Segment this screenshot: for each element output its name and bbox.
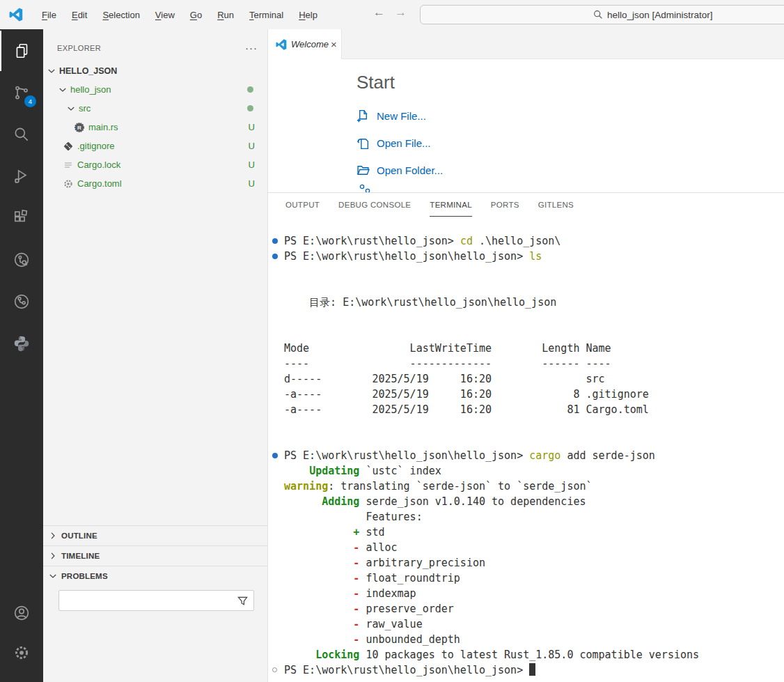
gear-icon (13, 644, 31, 662)
panel-tab-gitlens[interactable]: GITLENS (538, 193, 574, 217)
activity-extensions[interactable] (0, 198, 43, 238)
terminal-line: -a---- 2025/5/19 16:20 81 Cargo.toml (284, 402, 780, 417)
title-bar: FileEditSelectionViewGoRunTerminalHelp ←… (0, 0, 784, 29)
svg-text:R: R (77, 125, 81, 131)
chevron-down-icon (47, 571, 58, 582)
panel-tab-terminal[interactable]: TERMINAL (430, 193, 472, 217)
activity-search[interactable] (0, 114, 43, 155)
section-header-problems[interactable]: PROBLEMS (43, 566, 267, 586)
terminal-line: + std (284, 525, 780, 540)
activity-gitlens[interactable] (0, 281, 43, 322)
git-status-badge: U (249, 178, 255, 189)
tree-item-label: Cargo.lock (77, 160, 120, 170)
start-link-label: Open File... (377, 137, 431, 149)
tree-item-main-rs[interactable]: Rmain.rsU (43, 118, 267, 137)
terminal-line: Updating `ustc` index (284, 463, 780, 479)
more-actions-icon[interactable]: ··· (245, 45, 258, 51)
extensions-icon (13, 209, 31, 227)
panel-tab-debug-console[interactable]: DEBUG CONSOLE (338, 193, 411, 217)
terminal-line (284, 279, 780, 295)
command-executed-decoration[interactable] (272, 254, 278, 259)
chevron-right-icon (47, 550, 58, 561)
menu-selection[interactable]: Selection (95, 6, 147, 24)
chevron-down-icon (65, 103, 77, 114)
open-folder-icon (356, 164, 370, 177)
terminal-line (284, 325, 780, 341)
tree-item-cargo-lock[interactable]: Cargo.lockU (43, 155, 267, 174)
chevron-down-icon (46, 65, 57, 77)
back-arrow[interactable]: ← (373, 6, 385, 20)
bottom-panel: OUTPUTDEBUG CONSOLETERMINALPORTSGITLENS … (268, 192, 784, 682)
command-center[interactable]: hello_json [Administrator] (420, 5, 784, 24)
section-label: OUTLINE (61, 532, 97, 540)
tree-item-label: src (79, 103, 91, 114)
vscode-logo-icon (276, 39, 287, 50)
menu-view[interactable]: View (148, 6, 182, 24)
command-pending-decoration[interactable] (272, 667, 277, 672)
account-icon (13, 604, 31, 622)
panel-tab-ports[interactable]: PORTS (491, 193, 519, 217)
terminal-line: - float_roundtrip (284, 571, 780, 586)
activity-source-control[interactable]: 4 (0, 72, 43, 113)
terminal-line: warning: translating `serde-json` to `se… (284, 479, 780, 494)
menu-run[interactable]: Run (210, 6, 242, 24)
run-debug-icon (13, 167, 31, 185)
command-executed-decoration[interactable] (272, 453, 278, 458)
git-status-badge: U (249, 160, 255, 170)
activity-explorer[interactable] (0, 31, 43, 71)
tree-item--gitignore[interactable]: .gitignoreU (43, 137, 267, 155)
start-link-new-file-[interactable]: New File... (356, 102, 443, 130)
menu-help[interactable]: Help (291, 6, 325, 24)
new-file-icon (356, 109, 370, 123)
tab-welcome[interactable]: Welcome × (268, 29, 342, 59)
search-icon (13, 125, 31, 144)
modified-dot-badge (247, 86, 253, 93)
gitlens-icon (13, 293, 31, 311)
forward-arrow[interactable]: → (395, 6, 407, 20)
menu-edit[interactable]: Edit (64, 6, 95, 24)
gear-file-icon (63, 178, 74, 189)
file-tree: HELLO_JSONhello_jsonsrcRmain.rsU.gitigno… (43, 61, 267, 525)
problems-filter-input[interactable] (59, 591, 253, 610)
section-header-outline[interactable]: OUTLINE (43, 526, 267, 545)
menu-file[interactable]: File (34, 6, 64, 24)
activity-settings[interactable] (0, 633, 43, 673)
panel-tabs: OUTPUTDEBUG CONSOLETERMINALPORTSGITLENS (268, 193, 784, 217)
terminal-line: PS E:\work\rust\hello_json> cd .\hello_j… (284, 233, 780, 249)
terminal-line: d----- 2025/5/19 16:20 src (284, 371, 780, 387)
section-header-timeline[interactable]: TIMELINE (43, 546, 267, 566)
tree-item-cargo-toml[interactable]: Cargo.tomlU (43, 174, 267, 193)
start-links: New File... Open File... Open Folder... (356, 102, 443, 184)
tree-item-hello-json[interactable]: hello_json (43, 80, 267, 99)
panel-tab-output[interactable]: OUTPUT (285, 193, 320, 217)
tab-label: Welcome (291, 39, 329, 49)
menu-go[interactable]: Go (182, 6, 210, 24)
terminal-line: Locking 10 packages to latest Rust_1.85.… (284, 647, 780, 662)
problems-filter (58, 590, 254, 611)
menu-terminal[interactable]: Terminal (242, 6, 291, 24)
terminal-line (284, 433, 780, 448)
start-link-open-file-[interactable]: Open File... (356, 130, 443, 157)
tree-item-label: main.rs (88, 122, 118, 132)
start-link-open-folder-[interactable]: Open Folder... (356, 157, 443, 184)
activity-gitlens-inspect[interactable] (0, 240, 43, 280)
section-outline: OUTLINE (43, 525, 267, 545)
start-heading: Start (356, 72, 395, 93)
terminal-line: - arbitrary_precision (284, 555, 780, 571)
terminal-line: - unbounded_depth (284, 632, 780, 647)
activity-python[interactable] (0, 323, 43, 364)
files-icon (13, 42, 31, 60)
terminal-line: - raw_value (284, 617, 780, 632)
filter-icon[interactable] (237, 595, 249, 610)
sidebar-bottom-sections: OUTLINE TIMELINE PROBLEMS (43, 525, 267, 682)
activity-run-and-debug[interactable] (0, 156, 43, 196)
tree-item-src[interactable]: src (43, 99, 267, 118)
activity-accounts[interactable] (0, 593, 43, 633)
menu-bar: FileEditSelectionViewGoRunTerminalHelp (34, 6, 325, 24)
clone-repo-icon-partial (359, 183, 371, 192)
terminal[interactable]: PS E:\work\rust\hello_json> cd .\hello_j… (268, 217, 784, 682)
vscode-logo-icon (9, 8, 23, 22)
tree-root-hello_json[interactable]: HELLO_JSON (43, 61, 267, 80)
command-executed-decoration[interactable] (272, 238, 278, 244)
close-icon[interactable]: × (329, 38, 339, 50)
